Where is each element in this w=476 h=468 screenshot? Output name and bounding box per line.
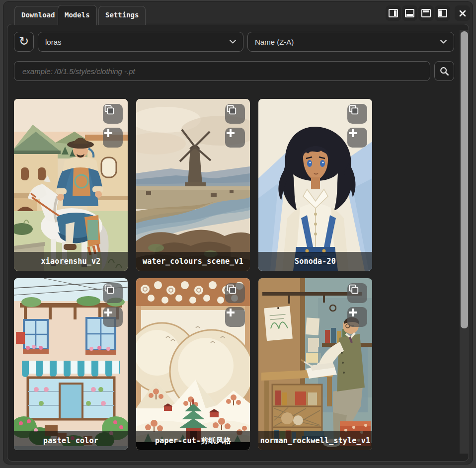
copy-model-button[interactable] bbox=[347, 104, 367, 124]
dock-left-icon bbox=[438, 9, 447, 17]
plus-icon bbox=[347, 307, 358, 318]
dock-right-icon bbox=[389, 9, 398, 17]
copy-model-button[interactable] bbox=[347, 283, 367, 303]
plus-icon bbox=[103, 128, 114, 139]
plus-icon bbox=[225, 307, 236, 318]
copy-model-button[interactable] bbox=[103, 104, 123, 124]
model-preview-image bbox=[136, 99, 250, 271]
tab-settings[interactable]: Settings bbox=[98, 6, 146, 25]
dock-top-button[interactable] bbox=[418, 5, 434, 21]
dock-left-button[interactable] bbox=[435, 5, 450, 21]
copy-model-button[interactable] bbox=[103, 283, 123, 303]
model-card[interactable]: norman_rockwell_style_v1 bbox=[258, 278, 372, 450]
add-model-button[interactable] bbox=[347, 128, 367, 148]
add-model-button[interactable] bbox=[103, 307, 123, 327]
chevron-down-icon bbox=[440, 40, 447, 44]
search-input[interactable] bbox=[14, 61, 430, 81]
copy-icon bbox=[347, 283, 359, 295]
close-icon bbox=[459, 9, 467, 17]
copy-icon bbox=[347, 104, 359, 116]
copy-icon bbox=[225, 283, 237, 295]
plus-icon bbox=[225, 128, 236, 139]
chevron-down-icon bbox=[230, 40, 236, 44]
model-preview-image bbox=[14, 278, 128, 450]
model-name: paper-cut-剪纸风格 bbox=[136, 431, 250, 450]
copy-model-button[interactable] bbox=[225, 283, 245, 303]
copy-icon bbox=[225, 104, 237, 116]
dock-bottom-button[interactable] bbox=[402, 5, 417, 21]
refresh-button[interactable]: ↻ bbox=[14, 32, 34, 52]
model-type-value: loras bbox=[45, 38, 62, 46]
add-model-button[interactable] bbox=[103, 128, 123, 148]
search-button[interactable] bbox=[434, 61, 454, 81]
model-card[interactable]: xiaorenshu_v2 bbox=[14, 99, 128, 271]
tab-models[interactable]: Models bbox=[58, 5, 97, 25]
dock-bottom-icon bbox=[405, 9, 414, 17]
model-manager-app: Download Models Settings ↻ loras Name (Z… bbox=[0, 0, 476, 468]
model-card[interactable]: pastel color bbox=[14, 278, 128, 450]
add-model-button[interactable] bbox=[225, 307, 245, 327]
dock-right-button[interactable] bbox=[386, 5, 401, 21]
vertical-scrollbar-track[interactable] bbox=[460, 30, 469, 454]
add-model-button[interactable] bbox=[225, 128, 245, 148]
tab-download[interactable]: Download bbox=[14, 6, 62, 25]
refresh-icon: ↻ bbox=[19, 35, 29, 47]
copy-icon bbox=[103, 104, 115, 116]
sort-select[interactable]: Name (Z-A) bbox=[247, 32, 454, 52]
model-card[interactable]: water_colours_scene_v1 bbox=[136, 99, 250, 271]
model-name: Sonoda-20 bbox=[258, 252, 372, 271]
plus-icon bbox=[103, 307, 114, 318]
model-name: pastel color bbox=[14, 431, 128, 450]
model-name: water_colours_scene_v1 bbox=[136, 252, 250, 271]
model-preview-image bbox=[258, 99, 372, 271]
sort-value: Name (Z-A) bbox=[255, 38, 294, 46]
copy-model-button[interactable] bbox=[225, 104, 245, 124]
dock-top-icon bbox=[421, 9, 431, 17]
search-icon bbox=[439, 66, 449, 76]
model-preview-image bbox=[14, 99, 128, 271]
add-model-button[interactable] bbox=[347, 307, 367, 327]
model-preview-image bbox=[136, 278, 250, 450]
copy-icon bbox=[103, 283, 115, 295]
model-name: norman_rockwell_style_v1 bbox=[258, 431, 372, 450]
plus-icon bbox=[347, 128, 358, 139]
model-type-select[interactable]: loras bbox=[38, 32, 243, 52]
vertical-scrollbar-thumb[interactable] bbox=[461, 31, 468, 328]
model-preview-image bbox=[258, 278, 372, 450]
close-button[interactable] bbox=[455, 5, 470, 21]
model-name: xiaorenshu_v2 bbox=[14, 252, 128, 271]
model-card[interactable]: Sonoda-20 bbox=[258, 99, 372, 271]
model-card[interactable]: paper-cut-剪纸风格 bbox=[136, 278, 250, 450]
